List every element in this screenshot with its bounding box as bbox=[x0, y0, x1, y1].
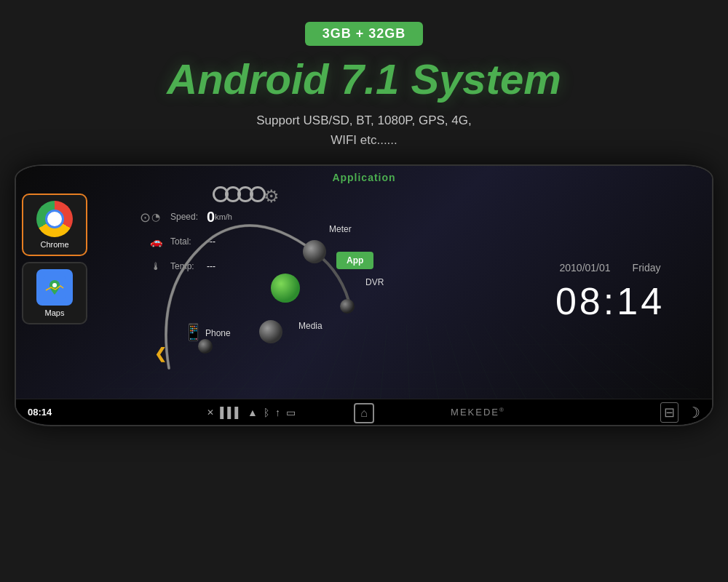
chrome-icon bbox=[36, 201, 73, 237]
home-button[interactable]: ⌂ bbox=[354, 403, 374, 423]
gps-icon: ↑ bbox=[275, 407, 280, 418]
app-ball bbox=[271, 274, 300, 303]
chrome-app-item[interactable]: Chrome bbox=[22, 194, 87, 256]
dial-arc bbox=[125, 194, 373, 375]
meter-ball bbox=[303, 240, 326, 263]
date-display: 2010/01/01 Friday bbox=[560, 262, 661, 274]
top-section: 3GB + 32GB Android 7.1 System Support US… bbox=[0, 0, 728, 164]
app-sidebar: Chrome Maps bbox=[16, 186, 132, 399]
support-line1: Support USB/SD, BT, 1080P, GPS, 4G, bbox=[256, 111, 471, 130]
clock-display: 08:14 bbox=[555, 279, 665, 323]
dvr-ball bbox=[340, 299, 355, 314]
dashboard: ⚙ bbox=[132, 186, 508, 399]
status-icons: ✕ ▌▌▌ ▲ ᛒ ↑ ▭ bbox=[207, 407, 296, 418]
battery-icon: ▭ bbox=[286, 407, 296, 418]
window-icon: ⊟ bbox=[660, 402, 678, 423]
moon-icon: ☽ bbox=[687, 404, 700, 421]
screen-wrapper: Application Chrome bbox=[15, 164, 713, 426]
wifi-icon: ▲ bbox=[248, 407, 258, 418]
screen-inner: Application Chrome bbox=[16, 166, 712, 425]
maps-icon bbox=[36, 269, 73, 306]
nav-bar: ⌂ bbox=[339, 400, 389, 426]
car-screen: Application Chrome bbox=[15, 164, 713, 426]
status-right-icons: ⊟ ☽ bbox=[660, 402, 700, 423]
day-value: Friday bbox=[633, 262, 661, 274]
date-value: 2010/01/01 bbox=[560, 262, 611, 274]
chrome-label: Chrome bbox=[40, 240, 68, 249]
notification-icon: ✕ bbox=[207, 407, 214, 418]
home-icon: ⌂ bbox=[360, 407, 368, 420]
screen-content: Chrome Maps bbox=[16, 186, 712, 399]
support-line2: WIFI etc...... bbox=[256, 130, 471, 150]
phone-ball bbox=[198, 339, 213, 354]
app-button[interactable]: App bbox=[336, 252, 373, 269]
support-text: Support USB/SD, BT, 1080P, GPS, 4G, WIFI… bbox=[256, 111, 471, 150]
app-bar: Application bbox=[16, 166, 712, 186]
android-title: Android 7.1 System bbox=[167, 55, 561, 103]
maps-app-item[interactable]: Maps bbox=[22, 262, 87, 324]
bluetooth-icon: ᛒ bbox=[264, 407, 269, 418]
maps-label: Maps bbox=[45, 308, 65, 317]
brand-label: MEKEDE® bbox=[451, 407, 505, 418]
media-ball bbox=[259, 320, 282, 343]
storage-badge: 3GB + 32GB bbox=[305, 22, 424, 46]
signal-icon: ▌▌▌ bbox=[220, 407, 242, 418]
app-bar-title: Application bbox=[332, 172, 395, 183]
status-time: 08:14 bbox=[28, 407, 52, 418]
svg-point-1 bbox=[52, 283, 57, 287]
